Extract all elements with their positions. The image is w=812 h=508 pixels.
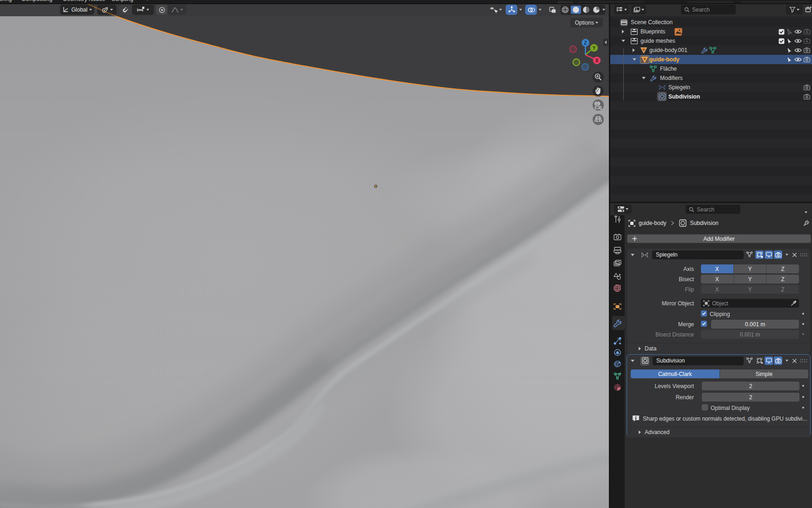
svg-text:Z: Z — [584, 40, 587, 46]
svg-text:4: 4 — [681, 32, 683, 36]
svg-text:X: X — [595, 58, 599, 63]
svg-text:Y: Y — [593, 46, 596, 51]
